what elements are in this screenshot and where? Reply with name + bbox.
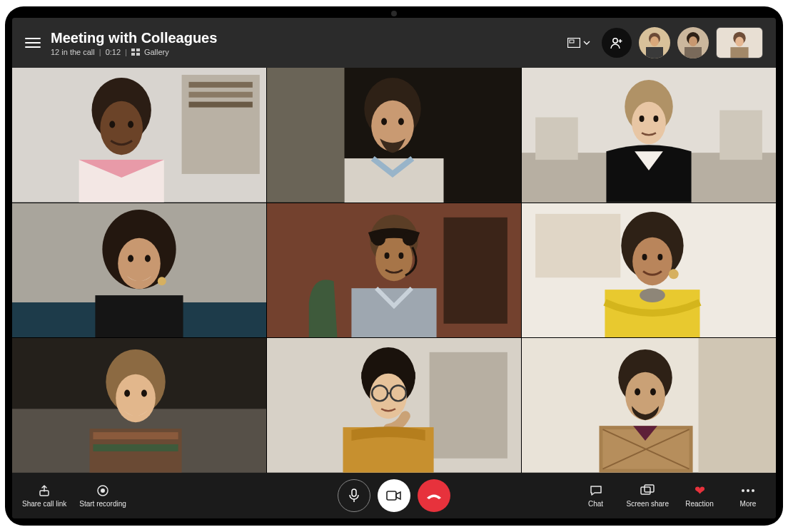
video-tile-6[interactable] [522, 203, 776, 338]
footer-left: Share call link Start recording [22, 484, 126, 508]
svg-point-67 [657, 254, 662, 260]
svg-rect-103 [645, 485, 654, 492]
svg-point-106 [752, 489, 754, 492]
svg-point-94 [650, 389, 656, 396]
svg-rect-1 [136, 48, 140, 51]
svg-rect-20 [182, 75, 260, 174]
more-button[interactable]: More [730, 484, 766, 508]
svg-point-105 [747, 489, 749, 492]
svg-rect-90 [699, 338, 776, 473]
separator: | [99, 48, 101, 56]
svg-rect-63 [535, 214, 620, 277]
header-right [563, 27, 763, 58]
svg-point-27 [128, 121, 133, 128]
svg-point-34 [398, 118, 404, 125]
svg-point-84 [370, 374, 407, 419]
add-participant-button[interactable] [602, 28, 632, 58]
svg-rect-0 [131, 48, 135, 51]
meeting-title: Meeting with Colleagues [51, 30, 217, 46]
svg-rect-38 [535, 118, 578, 160]
meeting-subline: 12 in the call | 0:12 | Gallery [51, 48, 217, 56]
svg-rect-101 [387, 491, 396, 500]
overflow-participant-2[interactable] [677, 27, 709, 58]
svg-rect-23 [189, 102, 253, 108]
video-tile-5[interactable] [267, 203, 521, 338]
menu-button[interactable] [25, 35, 41, 51]
share-call-link-label: Share call link [22, 500, 66, 508]
svg-point-13 [689, 36, 697, 46]
footer-right: Chat Screen share ❤ Reaction More [578, 484, 766, 508]
video-tile-9[interactable] [522, 338, 776, 473]
chevron-down-icon [583, 41, 590, 45]
svg-rect-10 [646, 47, 663, 58]
svg-rect-79 [93, 444, 178, 451]
svg-point-26 [109, 121, 115, 128]
svg-rect-51 [95, 295, 183, 338]
svg-point-42 [640, 116, 645, 122]
overflow-participant-1[interactable] [639, 27, 670, 58]
svg-rect-3 [136, 53, 140, 56]
svg-point-70 [640, 288, 665, 302]
svg-point-9 [650, 36, 659, 46]
svg-rect-35 [344, 158, 443, 203]
svg-point-47 [118, 237, 161, 288]
mute-button[interactable] [338, 479, 370, 512]
video-tile-3[interactable] [522, 68, 776, 203]
screen-share-button[interactable]: Screen share [627, 484, 669, 508]
call-controls [338, 479, 450, 512]
svg-point-65 [632, 237, 672, 285]
heart-icon: ❤ [692, 484, 707, 498]
title-block: Meeting with Colleagues 12 in the call |… [51, 30, 217, 56]
video-tile-4[interactable] [12, 203, 266, 338]
participants-count: 12 in the call [51, 48, 95, 56]
svg-point-93 [635, 389, 640, 396]
svg-point-59 [385, 252, 390, 259]
svg-point-41 [632, 102, 666, 145]
microphone-icon [348, 488, 360, 503]
hangup-icon [425, 491, 443, 500]
camera-button[interactable] [378, 479, 410, 512]
call-header: Meeting with Colleagues 12 in the call |… [12, 18, 776, 68]
svg-point-17 [735, 37, 744, 47]
more-icon [741, 484, 755, 498]
svg-rect-39 [719, 111, 762, 160]
svg-point-66 [642, 254, 647, 260]
chat-label: Chat [588, 500, 603, 508]
video-tile-8[interactable] [267, 338, 521, 473]
svg-point-92 [625, 372, 665, 421]
reaction-label: Reaction [685, 500, 713, 508]
share-icon [37, 484, 51, 498]
start-recording-button[interactable]: Start recording [79, 484, 126, 508]
svg-point-60 [398, 252, 403, 259]
more-label: More [740, 500, 757, 508]
self-view-pip[interactable] [716, 27, 763, 58]
svg-point-49 [145, 255, 151, 262]
svg-rect-54 [444, 218, 507, 324]
hangup-button[interactable] [418, 479, 450, 512]
svg-rect-22 [189, 92, 253, 98]
layout-button[interactable] [563, 34, 595, 52]
reaction-button[interactable]: ❤ Reaction [682, 484, 717, 508]
svg-point-6 [613, 39, 617, 43]
svg-point-76 [141, 390, 147, 397]
video-tile-7[interactable] [12, 338, 266, 473]
svg-point-50 [158, 277, 166, 285]
video-tile-2[interactable] [267, 68, 521, 203]
chat-button[interactable]: Chat [578, 484, 614, 508]
svg-rect-102 [641, 487, 650, 494]
svg-rect-5 [570, 40, 574, 43]
svg-rect-14 [685, 47, 702, 58]
svg-rect-30 [267, 68, 344, 203]
call-duration: 0:12 [106, 48, 121, 56]
chat-icon [589, 484, 603, 498]
gallery-icon [131, 48, 140, 56]
svg-rect-78 [93, 432, 178, 439]
share-call-link-button[interactable]: Share call link [22, 484, 66, 508]
device-frame: Meeting with Colleagues 12 in the call |… [5, 6, 783, 526]
svg-point-68 [669, 269, 679, 279]
screen-share-label: Screen share [627, 500, 669, 508]
video-tile-1[interactable] [12, 68, 266, 203]
svg-point-99 [101, 488, 105, 493]
svg-rect-61 [351, 288, 436, 338]
svg-rect-2 [131, 53, 135, 56]
